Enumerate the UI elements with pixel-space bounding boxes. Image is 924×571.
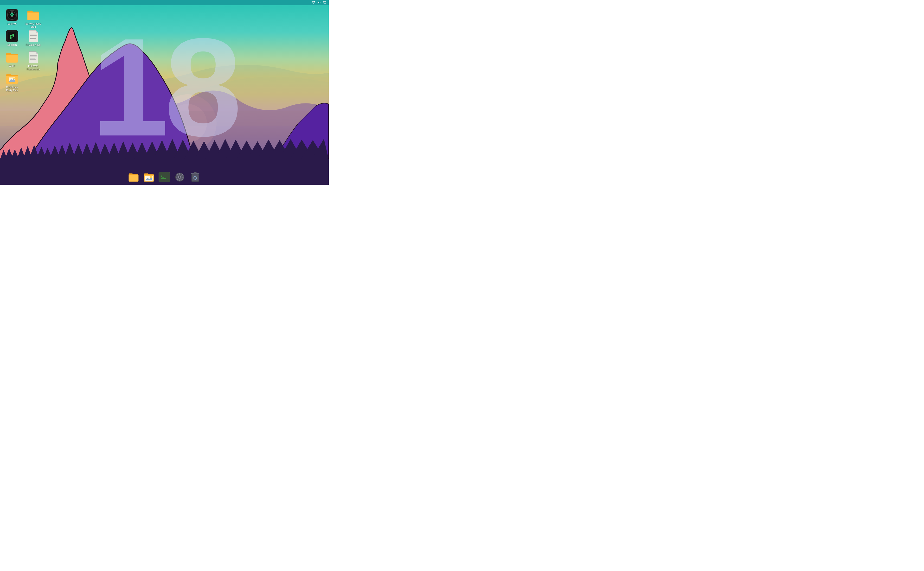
topbar <box>0 0 329 5</box>
desktop-icon-session[interactable]: Session <box>2 29 22 48</box>
taskbar-file-manager-icon <box>128 172 139 182</box>
desktop-icon-lokinet[interactable]: LokiNet <box>2 8 22 26</box>
desktop-icon-plaintext-passwords[interactable]: Plaintext Passwords <box>23 50 43 72</box>
service-node-stuff-label: Service Node Stuff <box>25 22 42 28</box>
power-icon[interactable] <box>323 1 326 5</box>
taskbar-settings[interactable] <box>173 171 187 183</box>
svg-rect-70 <box>179 179 180 181</box>
lokinet-label: LokiNet <box>8 22 16 25</box>
desktop-icon-private-keys[interactable]: Private Keys <box>23 29 43 48</box>
taskbar-trash-icon <box>190 172 201 182</box>
taskbar-terminal-icon: >_ <box>159 172 170 182</box>
taskbar-terminal[interactable]: >_ <box>157 171 171 183</box>
svg-point-56 <box>13 78 15 79</box>
christmas-party-pics-icon-image <box>6 72 18 85</box>
taskbar-trash[interactable] <box>188 171 202 183</box>
taskbar-image-viewer[interactable] <box>142 171 156 183</box>
wifi-icon <box>312 1 316 5</box>
svg-text:>_: >_ <box>161 175 164 177</box>
private-keys-icon-image <box>27 30 40 42</box>
svg-point-42 <box>12 14 12 15</box>
desktop-icon-service-node-stuff[interactable]: Service Node Stuff <box>23 8 43 29</box>
christmas-party-pics-label: Christmas Party Pics <box>3 86 21 92</box>
desktop-icon-wip[interactable]: W.I.P <box>2 50 22 69</box>
svg-point-65 <box>179 176 180 178</box>
taskbar-image-viewer-icon <box>143 172 155 182</box>
svg-rect-68 <box>182 177 184 177</box>
taskbar-settings-icon <box>174 172 185 182</box>
taskbar: >_ <box>0 170 329 185</box>
desktop: LokiNet Service Node Stuff Session <box>0 5 329 170</box>
private-keys-label: Private Keys <box>26 43 41 46</box>
plaintext-passwords-icon-image <box>27 51 40 63</box>
svg-rect-72 <box>176 177 177 177</box>
lokinet-icon-image <box>6 9 18 21</box>
session-label: Session <box>7 43 17 46</box>
wip-label: W.I.P <box>9 65 15 68</box>
svg-point-59 <box>150 176 152 178</box>
session-icon-image <box>6 30 18 42</box>
taskbar-file-manager[interactable] <box>127 171 140 183</box>
svg-rect-66 <box>179 173 180 175</box>
desktop-icon-christmas-party-pics[interactable]: Christmas Party Pics <box>2 71 22 93</box>
volume-icon <box>318 1 321 5</box>
plaintext-passwords-label: Plaintext Passwords <box>25 65 42 71</box>
svg-rect-77 <box>194 172 197 173</box>
service-node-folder-icon <box>27 9 40 21</box>
wip-folder-icon <box>6 51 18 63</box>
